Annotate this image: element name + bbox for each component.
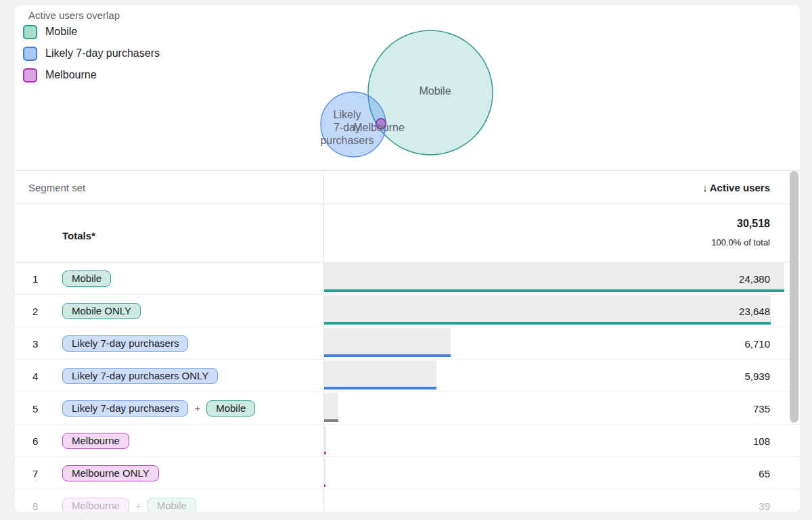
legend-item: Melbourne [23,68,160,82]
table-row: 1 Mobile 24,380 [15,262,800,295]
segment-chips: Melbourne ONLY [62,465,159,481]
value-bar [324,490,325,512]
table-row: 5 Likely 7-day purchasers+Mobile 735 [15,392,800,425]
legend-label: Melbourne [45,69,97,81]
value-bar [324,263,784,292]
segment-set-header: Segment set [28,182,85,193]
row-number: 4 [32,370,38,381]
venn-label-purchasers-line1: Likely [334,109,361,120]
active-users-value: 65 [759,467,770,479]
segment-chip: Likely 7-day purchasers [62,335,188,352]
table-row: 8 Melbourne+Mobile 39 [15,490,800,512]
segment-chip: Melbourne [62,433,129,449]
segment-chips: Likely 7-day purchasers+Mobile [62,400,255,417]
legend-label: Mobile [45,26,77,38]
value-bar [324,393,338,422]
segment-chip: Likely 7-day purchasers ONLY [62,368,218,384]
column-divider [323,171,324,204]
legend-swatch-icon [23,68,37,82]
segment-table: Segment set ↓ Active users Totals* 30,51… [15,170,800,512]
table-row: 2 Mobile ONLY 23,648 [15,295,800,327]
row-number: 3 [32,337,38,349]
segment-chip: Melbourne ONLY [62,465,159,481]
chip-plus-separator: + [194,402,200,414]
totals-values: 30,518 100.0% of total [711,216,770,247]
venn-label-purchasers-line3: purchasers [320,135,374,146]
venn-label-melbourne: Melbourne [353,122,405,133]
segment-chip: Mobile [206,400,255,417]
row-number: 1 [32,273,38,284]
row-number: 5 [32,402,38,414]
active-users-value: 23,648 [739,305,770,316]
active-users-value: 39 [759,500,770,511]
active-users-value: 108 [753,435,770,446]
value-bar [324,360,436,389]
row-number: 7 [32,467,38,479]
table-header-row: Segment set ↓ Active users [15,171,800,204]
value-bar [324,425,326,454]
row-number: 2 [32,305,38,316]
legend: Mobile Likely 7-day purchasers Melbourne [23,24,160,82]
table-row: 3 Likely 7-day purchasers 6,710 [15,327,800,360]
column-divider [323,204,324,262]
value-bar [324,296,771,325]
row-number: 8 [32,500,38,511]
table-row: 7 Melbourne ONLY 65 [15,457,800,490]
segment-chip: Likely 7-day purchasers [62,400,188,417]
table-body: 1 Mobile 24,380 2 Mobile ONLY 23,648 3 L… [15,262,800,512]
totals-row: Totals* 30,518 100.0% of total [15,204,800,262]
segment-chips: Likely 7-day purchasers ONLY [62,368,218,384]
table-row: 4 Likely 7-day purchasers ONLY 5,939 [15,360,800,392]
legend-swatch-icon [23,47,37,61]
segment-chip: Mobile ONLY [62,303,141,319]
segment-chips: Melbourne [62,433,129,449]
value-bar [324,458,325,487]
active-users-value: 5,939 [744,370,770,381]
sort-descending-icon[interactable]: ↓ [702,182,708,193]
value-bar [324,328,451,357]
scrollbar-thumb[interactable] [790,171,798,423]
venn-chart-section: Active users overlap Mobile Likely 7-day… [15,5,800,170]
venn-label-mobile: Mobile [419,85,451,97]
segment-chips: Mobile ONLY [62,303,141,319]
totals-value: 30,518 [711,216,770,231]
legend-item: Mobile [23,24,160,39]
active-users-header[interactable]: ↓ Active users [702,182,770,193]
active-users-value: 735 [753,402,770,414]
legend-item: Likely 7-day purchasers [23,46,160,61]
row-number: 6 [32,435,38,446]
segment-chip: Mobile [62,270,111,287]
active-users-value: 24,380 [739,273,770,284]
overlap-report-card: Active users overlap Mobile Likely 7-day… [15,5,800,512]
totals-percent: 100.0% of total [711,237,770,247]
segment-chip: Mobile [148,498,196,513]
segment-chips: Mobile [62,270,111,287]
chip-plus-separator: + [135,500,141,511]
legend-label: Likely 7-day purchasers [45,47,160,60]
legend-swatch-icon [23,25,37,39]
active-users-value: 6,710 [744,337,770,349]
active-users-header-label: Active users [710,182,770,193]
table-row: 6 Melbourne 108 [15,425,800,457]
segment-chips: Melbourne+Mobile [62,498,196,513]
segment-chips: Likely 7-day purchasers [62,335,188,352]
totals-label: Totals* [62,230,95,241]
segment-chip: Melbourne [62,498,129,513]
